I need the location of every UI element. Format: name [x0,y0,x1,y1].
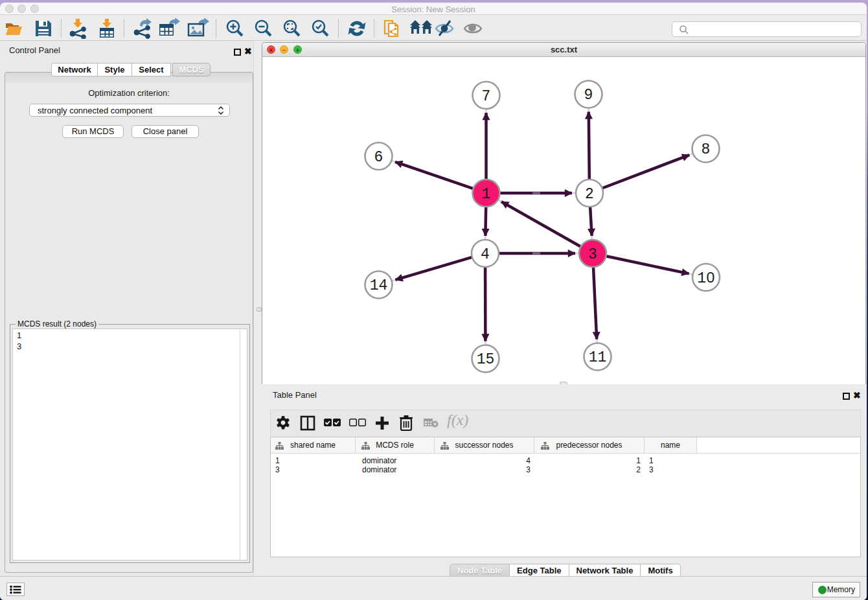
svg-text:15: 15 [477,351,495,368]
svg-text:9: 9 [584,87,593,104]
svg-text:11: 11 [589,349,607,366]
svg-text:14: 14 [370,277,388,294]
svg-text:3: 3 [588,246,597,263]
svg-text:4: 4 [481,246,490,263]
svg-text:6: 6 [374,149,383,166]
svg-text:1: 1 [482,186,491,203]
svg-text:10: 10 [697,270,715,287]
svg-text:8: 8 [702,141,711,158]
svg-text:7: 7 [482,88,491,105]
svg-text:2: 2 [585,186,594,203]
